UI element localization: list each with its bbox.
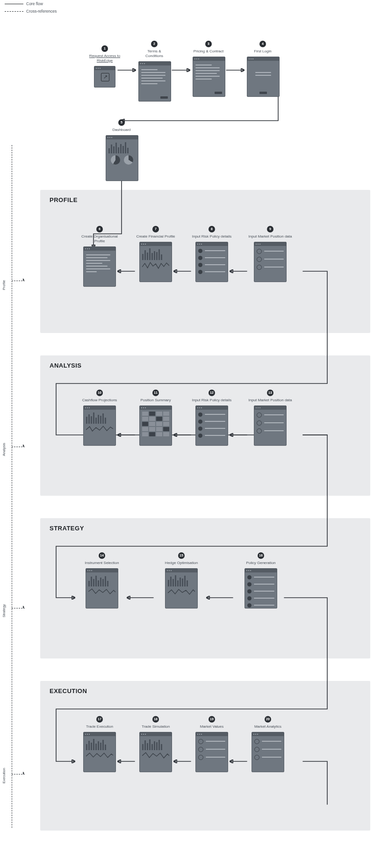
card-14 [86, 568, 118, 608]
step-label-19: Market Values [191, 724, 233, 729]
step-label-10: Cashflow Projections [79, 398, 121, 403]
step-17: 17 Trade Execution [79, 714, 121, 772]
chart-icon [142, 738, 169, 769]
step-2: 2 Terms & Conditions [138, 38, 170, 101]
step-label-11: Position Summary [135, 398, 177, 403]
step-5: 5 Dashboard [106, 117, 137, 181]
card-17 [83, 732, 116, 772]
step-badge-12: 12 [209, 390, 215, 396]
step-badge-5: 5 [118, 119, 125, 126]
step-badge-19: 19 [209, 716, 215, 723]
card-4 [247, 57, 280, 97]
step-label-3: Pricing & Contract [193, 49, 224, 54]
cta-icon [215, 92, 222, 94]
step-16: 16 Policy Generation [237, 550, 284, 608]
side-label-execution: Execution [2, 768, 6, 783]
diagram-root: Core flow Cross-references Profile Analy… [0, 0, 374, 868]
card-1: ↗ [94, 66, 115, 87]
chart-icon [86, 738, 113, 769]
card-18 [139, 732, 172, 772]
step-9: 9 Input Market Position data [247, 224, 294, 282]
card-16 [245, 568, 277, 608]
step-13: 13 Input Market Position data [247, 387, 294, 446]
card-12 [195, 405, 228, 446]
step-14: 14 Instrument Selection [79, 550, 125, 608]
step-11: 11 Position Summary [135, 387, 177, 446]
spine-arm-analysis [12, 447, 25, 447]
legend-row-solid: Core flow [5, 0, 57, 7]
table-icon [142, 412, 169, 443]
step-7: 7 Create Financial Profile [135, 224, 177, 282]
card-2 [138, 61, 171, 101]
step-label-20: Market Analytics [247, 724, 289, 729]
form-list-icon [86, 253, 113, 284]
step-badge-16: 16 [258, 552, 264, 559]
step-label-2: Terms & Conditions [138, 49, 170, 58]
document-icon [141, 67, 168, 99]
step-badge-15: 15 [178, 552, 185, 559]
step-label-1: Request Access to RiskEdge [89, 54, 121, 63]
numbered-list-icon [198, 249, 225, 279]
step-4: 4 First Login [247, 38, 279, 97]
step-label-5: Dashboard [106, 128, 137, 132]
step-label-14: Instrument Selection [79, 561, 125, 565]
step-badge-8: 8 [209, 226, 215, 232]
cta-icon [259, 92, 267, 94]
step-label-8: Input Risk Policy details [191, 234, 233, 239]
spine-arm-strategy [12, 608, 25, 608]
ring-list-icon [198, 739, 225, 769]
step-badge-2: 2 [151, 41, 158, 47]
ring-list-icon [257, 412, 284, 443]
step-badge-13: 13 [267, 390, 273, 396]
step-label-16: Policy Generation [237, 561, 284, 565]
side-label-analysis: Analysis [2, 443, 6, 456]
legend-label-solid: Core flow [26, 0, 43, 7]
step-18: 18 Trade Simulation [135, 714, 177, 772]
step-badge-9: 9 [267, 226, 273, 232]
section-title-execution: EXECUTION [50, 687, 87, 694]
legend: Core flow Cross-references [5, 0, 57, 15]
card-19 [195, 732, 228, 772]
ring-list-icon [257, 249, 284, 279]
card-5 [106, 135, 138, 181]
step-label-18: Trade Simulation [135, 724, 177, 729]
spine-arm-execution [12, 774, 25, 774]
card-6 [83, 246, 116, 287]
step-badge-20: 20 [265, 716, 271, 723]
card-9 [254, 242, 287, 282]
document-icon [195, 63, 223, 94]
legend-label-dashed: Cross-references [26, 8, 57, 14]
step-label-9: Input Market Position data [247, 234, 294, 239]
chart-icon [142, 248, 169, 279]
card-10 [83, 405, 116, 446]
card-20 [252, 732, 284, 772]
legend-line-dashed [5, 11, 23, 12]
step-label-7: Create Financial Profile [135, 234, 177, 239]
legend-line-solid [5, 4, 23, 4]
cta-icon [160, 96, 168, 99]
step-3: 3 Pricing & Contract [193, 38, 224, 97]
step-19: 19 Market Values [191, 714, 233, 772]
section-title-strategy: STRATEGY [50, 525, 84, 532]
step-badge-6: 6 [96, 226, 103, 232]
step-badge-14: 14 [99, 552, 105, 559]
section-title-profile: PROFILE [50, 196, 78, 203]
step-label-12: Input Risk Policy details [191, 398, 233, 403]
step-label-4: First Login [247, 49, 279, 54]
chart-icon [88, 574, 115, 606]
section-title-analysis: ANALYSIS [50, 362, 82, 369]
open-icon: ↗ [101, 73, 109, 81]
step-6: 6 Create Organisational Profile [79, 224, 121, 287]
numbered-list-icon [247, 575, 274, 606]
step-badge-11: 11 [152, 390, 159, 396]
step-label-17: Trade Execution [79, 724, 121, 729]
step-badge-18: 18 [152, 716, 159, 723]
legend-row-dashed: Cross-references [5, 7, 57, 15]
step-10: 10 Cashflow Projections [79, 387, 121, 446]
side-label-strategy: Strategy [2, 604, 6, 617]
card-13 [254, 405, 287, 446]
step-badge-1: 1 [101, 45, 108, 52]
numbered-list-icon [198, 412, 225, 443]
step-15: 15 Hedge Optimisation [158, 550, 205, 608]
dashboard-icon [108, 141, 136, 178]
